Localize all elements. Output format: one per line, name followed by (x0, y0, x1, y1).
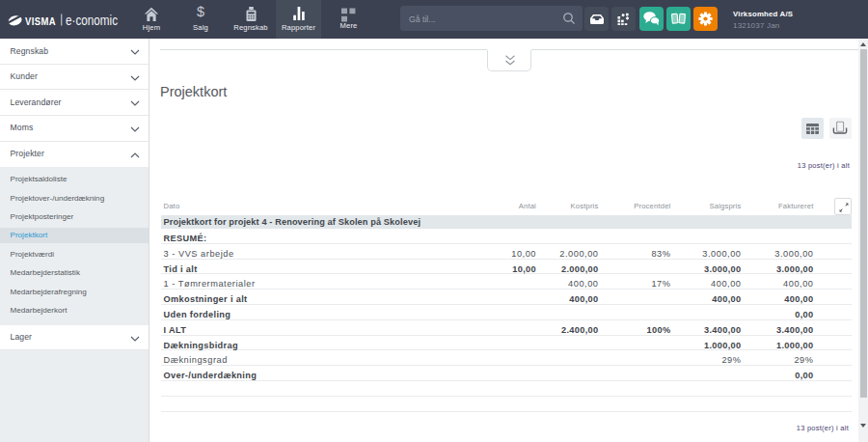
svg-text:e·conomic: e·conomic (66, 13, 118, 28)
svg-text:VISMA: VISMA (25, 15, 56, 27)
